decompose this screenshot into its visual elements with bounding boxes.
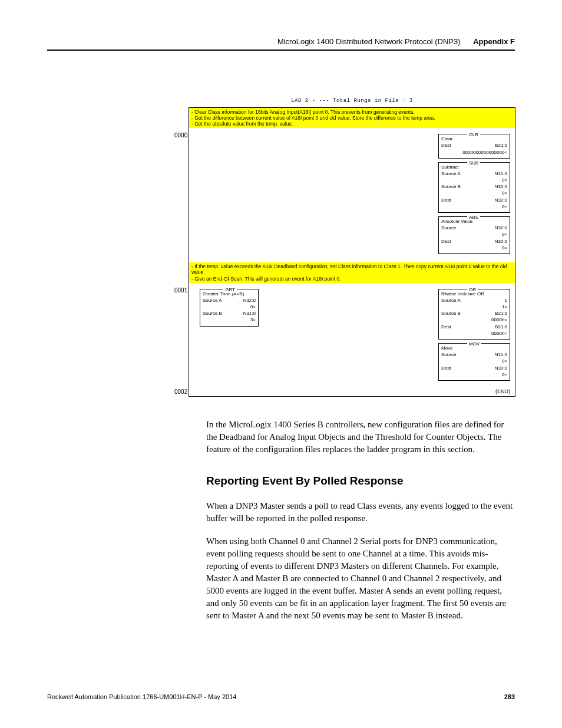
body-paragraph: When a DNP3 Master sends a poll to read … [206, 500, 515, 525]
v: 0< [502, 177, 507, 183]
v: Dest [441, 324, 451, 330]
v: N31:0 [243, 310, 256, 317]
v: 0< [502, 371, 507, 378]
rung-body: 0001 GRT Greater Than (A>B) Source AN32:… [189, 283, 515, 388]
block-title: MOV [467, 341, 481, 347]
end-mark: (END) [494, 388, 511, 396]
v: 0< [502, 203, 507, 210]
block-title: ABS [467, 214, 480, 220]
header-doc-title: MicroLogix 1400 Distributed Network Prot… [277, 37, 461, 46]
v: 0000h< [491, 317, 507, 323]
v: N30:0 [495, 183, 507, 190]
v: 0< [250, 304, 256, 310]
instruction-abs: ABS Absolute Value SourceN32:0 0< DestN3… [438, 216, 510, 254]
instruction-grt: GRT Greater Than (A>B) Source AN32:0 0< … [200, 289, 259, 327]
v: Source B [441, 183, 461, 190]
instruction-clr: CLR Clear DestB21:0 0000000000000000< [438, 134, 510, 159]
v: Dest [441, 197, 451, 203]
v: N32:0 [495, 197, 507, 203]
v: Source A [441, 297, 460, 304]
section-heading: Reporting Event By Polled Response [206, 473, 515, 489]
rung-comment: - If the temp. value exceeds the A16I De… [189, 262, 515, 283]
v: 0000h< [491, 330, 507, 337]
rung-label: 0001 [174, 286, 187, 295]
v: Source A [441, 170, 460, 177]
page-number: 283 [504, 693, 515, 701]
v: Dest [441, 238, 451, 245]
v: N11:0 [495, 170, 507, 177]
v: B21:0 [495, 324, 507, 330]
v: 0000000000000000< [462, 149, 507, 156]
page-header: MicroLogix 1400 Distributed Network Prot… [47, 37, 515, 51]
v: 1 [505, 297, 507, 304]
rung-container: - Clear Class information for 16bits Ana… [189, 107, 515, 397]
v: B21:0 [495, 142, 507, 149]
rung-comment: - Clear Class information for 16bits Ana… [189, 108, 515, 129]
v: B21:0 [495, 310, 507, 317]
rung-body: 0002 (END) [189, 388, 515, 397]
block-title: OR [467, 286, 478, 293]
ladder-diagram: LAD 2 - --- Total Rungs in File = 3 - Cl… [189, 97, 515, 397]
comment-line: - If the temp. value exceeds the A16I De… [191, 263, 513, 275]
block-title: GRT [223, 286, 237, 293]
v: Source [441, 351, 456, 358]
v: Clear [441, 136, 452, 142]
v: N32:0 [243, 297, 256, 304]
block-title: SUB [467, 160, 480, 166]
instruction-or: OR Bitwise Inclusive OR Source A1 1< Sou… [438, 289, 510, 340]
v: N32:0 [495, 225, 507, 231]
comment-line: - Get the difference between current val… [191, 115, 513, 121]
body-content: In the MicroLogix 1400 Series B controll… [206, 419, 515, 633]
publication-id: Rockwell Automation Publication 1766-UM0… [47, 693, 236, 701]
ladder-title: LAD 2 - --- Total Rungs in File = 3 [189, 97, 515, 105]
body-paragraph: In the MicroLogix 1400 Series B controll… [206, 419, 515, 456]
comment-line: - Give an End-Of-Scan. This will generat… [191, 276, 513, 282]
v: 1< [502, 304, 507, 310]
rung-label: 0002 [174, 388, 187, 396]
body-paragraph: When using both Channel 0 and Channel 2 … [206, 535, 515, 622]
header-appendix: Appendix F [473, 37, 515, 46]
v: Dest [441, 365, 451, 371]
v: Dest [441, 142, 451, 149]
rung-label: 0000 [174, 131, 187, 140]
v: 0< [502, 190, 507, 196]
v: Subtract [441, 164, 459, 170]
block-title: CLR [467, 131, 480, 138]
page-footer: Rockwell Automation Publication 1766-UM0… [47, 693, 515, 701]
instruction-sub: SUB Subtract Source AN11:0 0< Source BN3… [438, 162, 510, 213]
v: N32:0 [495, 238, 507, 245]
v: Source [441, 225, 456, 231]
v: 0< [502, 245, 507, 251]
v: 0< [502, 231, 507, 238]
v: Source A [203, 297, 222, 304]
v: Source B [441, 310, 461, 317]
comment-line: - Clear Class information for 16bits Ana… [191, 109, 513, 115]
v: N30:0 [495, 365, 507, 371]
instruction-mov: MOV Move SourceN11:0 0< DestN30:0 0< [438, 343, 510, 381]
v: Source B [203, 310, 222, 317]
v: 3< [250, 317, 256, 323]
v: 0< [502, 358, 507, 364]
v: Move [441, 345, 453, 351]
comment-line: - Get the absolute value from the temp. … [191, 121, 513, 127]
rung-body: 0000 CLR Clear DestB21:0 000000000000000… [189, 128, 515, 262]
v: N11:0 [495, 351, 507, 358]
